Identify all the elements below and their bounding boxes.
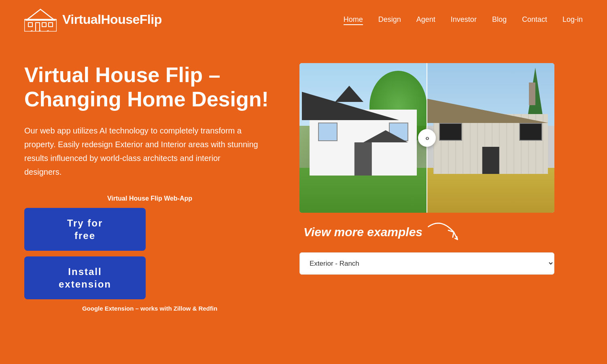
view-more-text: View more examples xyxy=(304,225,422,239)
nav-contact[interactable]: Contact xyxy=(522,15,547,23)
navbar: VirtualHouseFlip Home Design Agent Inves… xyxy=(0,0,607,39)
google-ext-label: Google Extension – works with Zillow & R… xyxy=(24,305,275,312)
roof-dormer xyxy=(335,86,363,102)
image-compare-slider[interactable]: ‹› xyxy=(299,63,554,213)
logo-icon xyxy=(24,7,57,32)
nav-home[interactable]: Home xyxy=(344,15,363,25)
slider-handle[interactable]: ‹› xyxy=(418,129,436,147)
svg-rect-0 xyxy=(24,19,57,32)
image-before xyxy=(427,63,554,213)
svg-rect-2 xyxy=(36,23,40,32)
house-body-before xyxy=(433,114,548,174)
nav-agent[interactable]: Agent xyxy=(416,15,435,23)
svg-rect-3 xyxy=(42,23,46,27)
nav-links: Home Design Agent Investor Blog Contact … xyxy=(344,15,583,24)
svg-rect-5 xyxy=(49,23,53,27)
logo-text: VirtualHouseFlip xyxy=(62,12,162,27)
ground-before xyxy=(427,168,554,213)
porch-roof xyxy=(363,130,408,142)
view-more-area[interactable]: View more examples xyxy=(299,220,583,244)
nav-login[interactable]: Log-in xyxy=(562,15,583,23)
left-column: Virtual House Flip –Changing Home Design… xyxy=(24,63,275,312)
nav-design[interactable]: Design xyxy=(378,15,401,23)
svg-rect-4 xyxy=(28,23,32,27)
svg-marker-1 xyxy=(26,9,55,20)
dropdown-container[interactable]: Exterior - Ranch Exterior - Modern Inter… xyxy=(299,252,554,275)
chimney xyxy=(529,83,535,105)
right-column: ‹› View more examples Exterior - Ranch E… xyxy=(299,63,583,275)
install-extension-button[interactable]: Installextension xyxy=(24,256,146,299)
style-dropdown[interactable]: Exterior - Ranch Exterior - Modern Inter… xyxy=(299,252,554,275)
nav-blog[interactable]: Blog xyxy=(492,15,507,23)
nav-investor[interactable]: Investor xyxy=(451,15,477,23)
logo-area[interactable]: VirtualHouseFlip xyxy=(24,7,162,32)
try-free-button[interactable]: Try forfree xyxy=(24,208,146,251)
webapp-label: Virtual House Flip Web-App xyxy=(24,195,275,202)
hero-title: Virtual House Flip –Changing Home Design… xyxy=(24,63,275,112)
hero-description: Our web app utilizes AI technology to co… xyxy=(24,124,259,179)
view-more-arrow-icon xyxy=(427,220,463,244)
slider-arrow-icon: ‹› xyxy=(425,134,429,142)
image-after xyxy=(299,63,427,213)
main-content: Virtual House Flip –Changing Home Design… xyxy=(0,39,607,328)
